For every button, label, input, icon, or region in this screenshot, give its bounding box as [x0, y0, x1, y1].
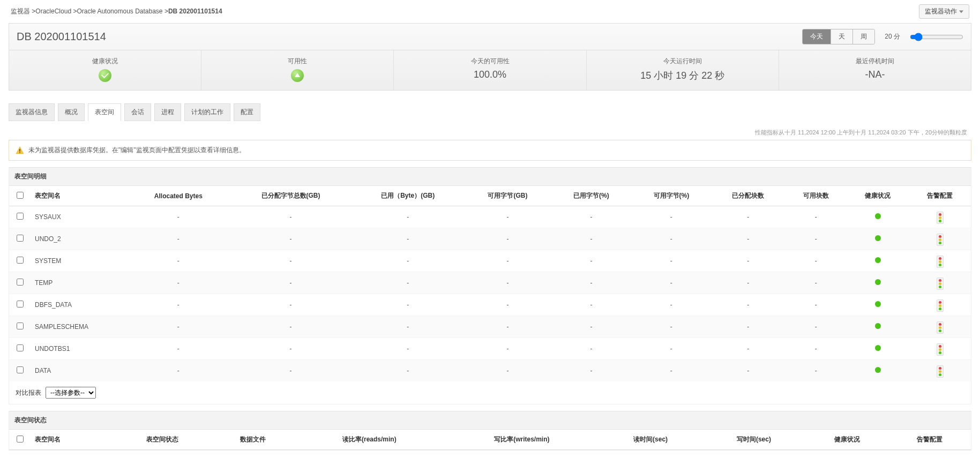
- col-free-pct[interactable]: 可用字节(%): [631, 186, 711, 206]
- cell-value: -: [464, 250, 551, 272]
- cell-value: -: [464, 228, 551, 250]
- status-col-state[interactable]: 表空间状态: [113, 430, 211, 450]
- col-name[interactable]: 表空间名: [31, 186, 127, 206]
- tab-scheduled-jobs[interactable]: 计划的工作: [184, 103, 230, 121]
- alarm-config-icon[interactable]: [937, 256, 944, 268]
- alarm-config-icon[interactable]: [937, 212, 944, 224]
- status-col-alarm[interactable]: 告警配置: [888, 430, 971, 450]
- col-alloc-blocks[interactable]: 已分配块数: [712, 186, 785, 206]
- section-tablespace-status: 表空间状态 表空间名 表空间状态 数据文件 读比率(reads/min) 写比率…: [9, 411, 971, 451]
- status-col-read-time[interactable]: 读时间(sec): [599, 430, 702, 450]
- health-dot-icon: [875, 235, 881, 241]
- cell-value: -: [230, 250, 352, 272]
- breadcrumb-root[interactable]: 监视器: [11, 8, 30, 15]
- col-used-gb[interactable]: 已用（Byte）(GB): [351, 186, 464, 206]
- time-range-segment: 今天 天 周: [802, 29, 875, 44]
- col-health[interactable]: 健康状况: [847, 186, 909, 206]
- cell-value: -: [712, 228, 785, 250]
- table-row: UNDO_2--------: [9, 228, 971, 250]
- cell-value: -: [631, 360, 711, 382]
- cell-name: SYSAUX: [31, 206, 127, 228]
- cell-value: -: [785, 338, 847, 360]
- row-checkbox[interactable]: [17, 344, 24, 351]
- granularity-note: 性能指标从十月 11,2024 12:00 上午到十月 11,2024 03:2…: [0, 125, 980, 140]
- alarm-config-icon[interactable]: [937, 299, 944, 312]
- cell-value: -: [127, 360, 230, 382]
- cell-value: -: [712, 360, 785, 382]
- col-alloc-gb[interactable]: 已分配字节总数(GB): [230, 186, 352, 206]
- alarm-config-icon[interactable]: [937, 234, 944, 246]
- tab-process[interactable]: 进程: [154, 103, 181, 121]
- tab-monitor-info[interactable]: 监视器信息: [9, 103, 55, 121]
- seg-week[interactable]: 周: [852, 29, 874, 44]
- col-alarm[interactable]: 告警配置: [909, 186, 971, 206]
- seg-day[interactable]: 天: [831, 29, 852, 44]
- warning-icon: [16, 146, 24, 155]
- cell-name: SAMPLESCHEMA: [31, 316, 127, 338]
- status-col-write-rate[interactable]: 写比率(writes/min): [445, 430, 599, 450]
- cell-value: -: [712, 206, 785, 228]
- cell-value: -: [127, 316, 230, 338]
- granularity-slider[interactable]: [910, 33, 963, 41]
- tab-overview[interactable]: 概况: [58, 103, 85, 121]
- health-dot-icon: [875, 323, 881, 329]
- cell-value: -: [464, 316, 551, 338]
- cell-name: TEMP: [31, 272, 127, 294]
- row-checkbox[interactable]: [17, 301, 24, 308]
- table-row: SYSAUX--------: [9, 206, 971, 228]
- alarm-config-icon[interactable]: [937, 278, 944, 290]
- breadcrumb-lvl1[interactable]: OracleCloud: [35, 8, 71, 15]
- row-checkbox[interactable]: [17, 235, 24, 242]
- cell-value: -: [230, 206, 352, 228]
- cell-value: -: [464, 272, 551, 294]
- col-alloc-bytes[interactable]: Allocated Bytes: [127, 186, 230, 206]
- compare-select[interactable]: --选择参数--: [46, 387, 96, 399]
- row-checkbox[interactable]: [17, 366, 24, 373]
- tab-session[interactable]: 会话: [124, 103, 151, 121]
- health-label: 健康状况: [13, 57, 197, 66]
- status-col-name[interactable]: 表空间名: [31, 430, 113, 450]
- health-ok-icon: [99, 69, 111, 82]
- cell-value: -: [127, 272, 230, 294]
- cell-value: -: [551, 338, 631, 360]
- breadcrumb-lvl2[interactable]: Oracle Autonomous Database: [77, 8, 162, 15]
- alarm-config-icon[interactable]: [937, 365, 944, 378]
- section-status-title: 表空间状态: [9, 411, 971, 430]
- cell-value: -: [127, 228, 230, 250]
- cell-value: -: [712, 294, 785, 316]
- monitor-actions-button[interactable]: 监视器动作: [919, 4, 969, 19]
- col-free-gb[interactable]: 可用字节(GB): [464, 186, 551, 206]
- cell-value: -: [230, 228, 352, 250]
- cell-value: -: [785, 360, 847, 382]
- select-all-checkbox[interactable]: [17, 192, 24, 199]
- cell-value: -: [551, 316, 631, 338]
- tab-tablespace[interactable]: 表空间: [88, 103, 121, 121]
- col-used-pct[interactable]: 已用字节(%): [551, 186, 631, 206]
- table-row: DATA--------: [9, 360, 971, 382]
- seg-today[interactable]: 今天: [803, 29, 831, 44]
- status-select-all-checkbox[interactable]: [17, 436, 24, 442]
- row-checkbox[interactable]: [17, 279, 24, 286]
- cell-value: -: [127, 206, 230, 228]
- warning-text: 未为监视器提供数据库凭据。在"编辑"监视页面中配置凭据以查看详细信息。: [28, 146, 245, 155]
- status-col-health[interactable]: 健康状况: [805, 430, 888, 450]
- cell-value: -: [631, 338, 711, 360]
- status-col-datafile[interactable]: 数据文件: [211, 430, 294, 450]
- row-checkbox[interactable]: [17, 213, 24, 220]
- alarm-config-icon[interactable]: [937, 321, 944, 334]
- cell-value: -: [351, 338, 464, 360]
- cell-value: -: [351, 294, 464, 316]
- status-col-read-rate[interactable]: 读比率(reads/min): [294, 430, 445, 450]
- header-panel: DB 202001101514 今天 天 周 20 分 健康状况 可用性 今天的…: [9, 23, 971, 91]
- today-availability-value: 100.0%: [398, 69, 581, 80]
- row-checkbox[interactable]: [17, 257, 24, 264]
- col-free-blocks[interactable]: 可用块数: [785, 186, 847, 206]
- alarm-config-icon[interactable]: [937, 343, 944, 356]
- svg-rect-0: [19, 149, 20, 152]
- status-col-write-time[interactable]: 写时间(sec): [702, 430, 806, 450]
- cell-value: -: [230, 316, 352, 338]
- cell-name: UNDO_2: [31, 228, 127, 250]
- tabs: 监视器信息 概况 表空间 会话 进程 计划的工作 配置: [9, 103, 971, 121]
- tab-config[interactable]: 配置: [234, 103, 260, 121]
- row-checkbox[interactable]: [17, 322, 24, 329]
